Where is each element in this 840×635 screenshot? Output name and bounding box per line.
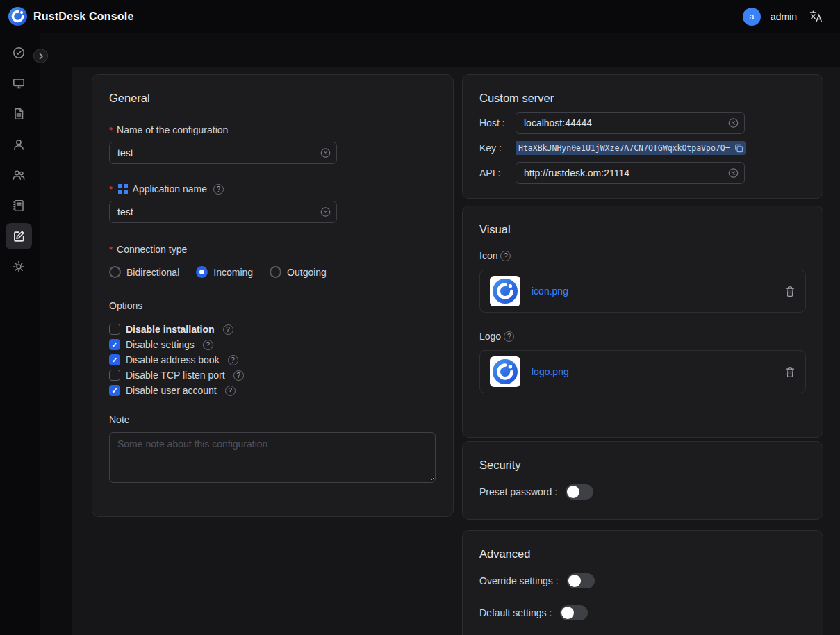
users-group-icon <box>12 168 26 182</box>
option-disable-settings[interactable]: Disable settings ? <box>109 339 436 350</box>
sidebar-item-sessions[interactable] <box>6 101 32 127</box>
copy-icon[interactable] <box>733 141 746 155</box>
visual-card: Visual Icon ? icon.png <box>462 206 823 438</box>
note-label: Note <box>109 414 436 425</box>
options-label: Options <box>109 300 436 311</box>
sidebar-item-devices[interactable] <box>6 70 32 97</box>
required-marker: * <box>109 184 113 195</box>
trash-icon[interactable] <box>784 286 796 297</box>
radio-button[interactable] <box>270 266 281 278</box>
sidebar-item-settings[interactable] <box>6 254 32 280</box>
visual-title: Visual <box>479 223 806 236</box>
preset-password-toggle[interactable] <box>566 484 593 500</box>
option-disable-user-account[interactable]: Disable user account ? <box>109 385 436 396</box>
clear-icon[interactable] <box>320 148 331 158</box>
host-input[interactable] <box>516 112 745 134</box>
connection-type-group: Bidirectional Incoming Outgoing <box>109 266 436 278</box>
help-icon[interactable]: ? <box>233 370 244 381</box>
key-row: Key : HtaXBkJNHyn0e1U1jWXze7A7CN7QTGWqxk… <box>479 141 806 155</box>
radio-outgoing[interactable]: Outgoing <box>270 266 327 278</box>
trash-icon[interactable] <box>784 366 796 378</box>
default-settings-row: Default settings : <box>479 605 806 620</box>
radio-button[interactable] <box>196 266 208 278</box>
default-settings-toggle[interactable] <box>560 605 588 620</box>
general-title: General <box>109 92 436 105</box>
gear-icon <box>12 260 26 274</box>
api-field <box>516 162 745 184</box>
sidebar-item-users[interactable] <box>6 131 32 158</box>
connection-type-label: * Connection type <box>109 244 436 255</box>
sidebar-item-groups[interactable] <box>6 162 32 188</box>
windows-logo-icon <box>118 184 128 194</box>
username[interactable]: admin <box>771 11 797 22</box>
language-translate-icon[interactable] <box>807 8 825 26</box>
key-label: Key : <box>479 142 516 154</box>
application-name-label: * Application name ? <box>109 183 436 195</box>
checkbox[interactable] <box>109 324 120 335</box>
help-icon[interactable]: ? <box>228 355 238 365</box>
help-icon[interactable]: ? <box>504 331 514 342</box>
override-settings-label: Override settings : <box>479 575 559 586</box>
host-field <box>516 112 745 134</box>
security-title: Security <box>479 459 806 472</box>
checkbox[interactable] <box>109 354 120 365</box>
icon-file-row: icon.png <box>479 270 806 313</box>
rustdesk-console-window: RustDesk Console a admin <box>0 0 840 635</box>
logo-file-link[interactable]: logo.png <box>532 366 569 377</box>
sidebar-item-status[interactable] <box>6 40 32 66</box>
option-disable-address-book[interactable]: Disable address book ? <box>109 354 436 365</box>
journal-icon <box>12 199 26 213</box>
clear-icon[interactable] <box>320 207 331 217</box>
checkbox[interactable] <box>109 339 120 350</box>
circle-check-icon <box>12 46 26 60</box>
checkbox[interactable] <box>109 370 120 381</box>
help-icon[interactable]: ? <box>203 340 213 350</box>
user-icon <box>12 138 26 151</box>
user-avatar[interactable]: a <box>743 8 761 26</box>
brand: RustDesk Console <box>8 7 134 26</box>
document-icon <box>12 107 26 121</box>
topbar-right: a admin <box>743 8 825 26</box>
logo-file-row: logo.png <box>479 350 806 393</box>
top-bar: RustDesk Console a admin <box>0 0 840 33</box>
option-disable-tcp-listen-port[interactable]: Disable TCP listen port ? <box>109 370 436 381</box>
override-settings-row: Override settings : <box>479 573 806 588</box>
preset-password-label: Preset password : <box>479 486 557 497</box>
key-field: HtaXBkJNHyn0e1U1jWXze7A7CN7QTGWqxkOtpaVp… <box>516 141 746 155</box>
api-input[interactable] <box>516 162 745 184</box>
custom-server-title: Custom server <box>479 92 806 105</box>
radio-incoming[interactable]: Incoming <box>196 266 253 278</box>
sidebar-item-custom-clients[interactable] <box>6 223 32 249</box>
config-name-label: * Name of the configuration <box>109 124 436 135</box>
sidebar-item-audit-log[interactable] <box>6 192 32 219</box>
help-icon[interactable]: ? <box>223 324 233 335</box>
application-name-field <box>109 201 337 223</box>
required-marker: * <box>109 245 113 255</box>
default-settings-label: Default settings : <box>479 607 552 618</box>
icon-file-link[interactable]: icon.png <box>532 286 568 297</box>
preset-password-row: Preset password : <box>479 484 806 500</box>
options-group: Disable installation ? Disable settings … <box>109 324 436 396</box>
host-label: Host : <box>479 117 516 129</box>
option-disable-installation[interactable]: Disable installation ? <box>109 324 436 335</box>
help-icon[interactable]: ? <box>213 184 224 195</box>
clear-icon[interactable] <box>728 168 739 179</box>
api-label: API : <box>479 167 516 179</box>
config-name-input[interactable] <box>109 142 337 164</box>
security-card: Security Preset password : <box>462 441 823 520</box>
note-textarea[interactable] <box>109 432 436 483</box>
application-name-input[interactable] <box>109 201 337 223</box>
advanced-card: Advanced Override settings : Default set… <box>462 530 823 635</box>
radio-button[interactable] <box>109 266 121 278</box>
key-value[interactable]: HtaXBkJNHyn0e1U1jWXze7A7CN7QTGWqxkOtpaVp… <box>516 141 733 155</box>
radio-bidirectional[interactable]: Bidirectional <box>109 266 179 278</box>
host-row: Host : <box>479 112 806 134</box>
required-marker: * <box>109 125 113 135</box>
override-settings-toggle[interactable] <box>567 573 595 588</box>
clear-icon[interactable] <box>728 118 739 129</box>
sidebar-expand-button[interactable] <box>33 49 48 63</box>
help-icon[interactable]: ? <box>225 386 236 396</box>
help-icon[interactable]: ? <box>500 251 511 261</box>
chevron-right-icon <box>38 53 44 60</box>
checkbox[interactable] <box>109 385 120 396</box>
